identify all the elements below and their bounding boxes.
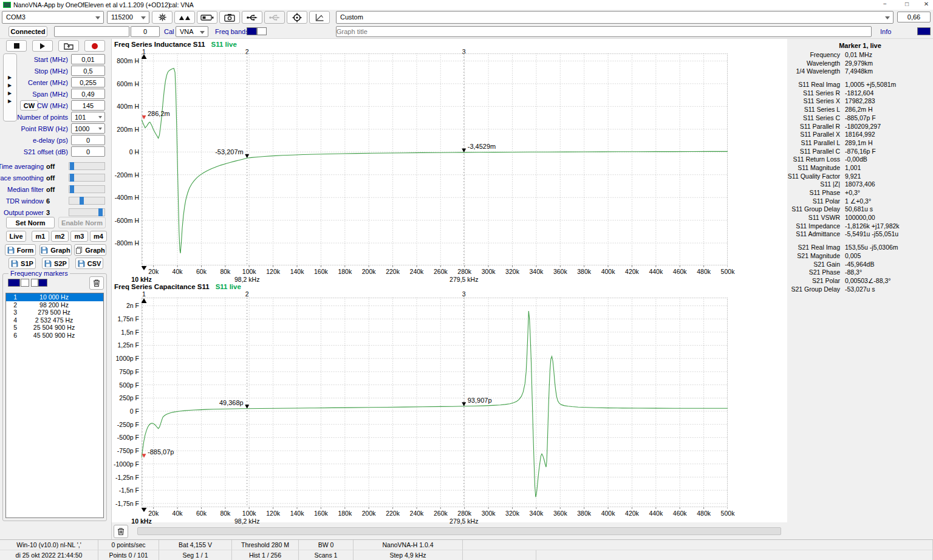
delete-markers-button[interactable] bbox=[89, 276, 104, 290]
save-form-button[interactable]: Form bbox=[5, 244, 36, 256]
export-s2p-button[interactable]: S2P bbox=[42, 258, 69, 269]
horizontal-scrollbar[interactable] bbox=[137, 527, 781, 535]
marker-1-triangle[interactable] bbox=[142, 115, 146, 120]
marker-3-triangle[interactable] bbox=[462, 402, 466, 406]
copy-graph-button[interactable]: Graph bbox=[74, 244, 106, 256]
chart-title-freq-series-capacitance-s11: Freq Series Capacitance S11S11 live bbox=[114, 283, 241, 290]
marker-color-swatch[interactable] bbox=[31, 279, 38, 287]
s21-offset-db-input[interactable] bbox=[71, 146, 105, 157]
freq-series-inductance-s11-plot[interactable]: 286,2m-53,207m-3,4529m bbox=[142, 53, 728, 271]
calibration-target-button[interactable] bbox=[287, 11, 307, 24]
cw-mode-button[interactable]: CW bbox=[20, 100, 38, 111]
freq-series-capacitance-s11-plot[interactable]: -885,07p49,368p93,907p bbox=[142, 298, 728, 513]
export-csv-button[interactable]: CSV bbox=[75, 258, 103, 269]
trace-m1-button[interactable]: m1 bbox=[32, 231, 49, 242]
connected-label: Connected bbox=[11, 28, 46, 35]
e-delay-ps-input[interactable] bbox=[71, 135, 105, 145]
usb-disconnect-button[interactable] bbox=[264, 11, 285, 24]
number-of-points-select[interactable]: 101 bbox=[71, 112, 105, 122]
clear-chart-button[interactable] bbox=[114, 525, 128, 538]
stop-sweep-button[interactable] bbox=[6, 40, 27, 52]
save-graph-button[interactable]: Graph bbox=[39, 244, 72, 256]
slider-handle[interactable] bbox=[70, 185, 74, 193]
frequency-marker-item[interactable]: 525 504 900 Hz bbox=[6, 324, 103, 332]
x-tick-label: 40k bbox=[164, 268, 191, 275]
x-tick-label: 380k bbox=[571, 510, 598, 517]
enable-norm-button[interactable]: Enable Norm bbox=[58, 217, 106, 228]
marker-color-swatch[interactable] bbox=[38, 279, 47, 287]
graph-layout-select[interactable]: Custom bbox=[336, 11, 894, 24]
com-port-select[interactable]: COM3 bbox=[2, 11, 104, 24]
param-label: Span (MHz) bbox=[32, 90, 68, 98]
frequency-marker-item[interactable]: 645 500 900 Hz bbox=[6, 332, 103, 340]
output-power-slider[interactable] bbox=[69, 208, 105, 216]
floppy-icon bbox=[11, 260, 18, 267]
x-tick-label: 200k bbox=[355, 268, 382, 275]
point-rbw-hz-select[interactable]: 1000 bbox=[71, 123, 105, 134]
frequency-marker-item[interactable]: 42 532 475 Hz bbox=[6, 316, 103, 324]
frequency-marker-item[interactable]: 3279 500 Hz bbox=[6, 309, 103, 316]
usb-connect-button[interactable] bbox=[242, 11, 262, 24]
settings-button[interactable] bbox=[152, 11, 173, 24]
marker-data-row: S11 Series C-885,07p F bbox=[787, 114, 933, 123]
slider-handle[interactable] bbox=[70, 162, 74, 170]
marker-color-swatch[interactable] bbox=[8, 279, 20, 287]
tdr-graph-button[interactable] bbox=[309, 11, 330, 24]
count-input[interactable] bbox=[131, 26, 160, 37]
frequency-marker-item[interactable]: 298 200 Hz bbox=[6, 301, 103, 309]
info-color-swatch[interactable] bbox=[917, 27, 931, 35]
cw-mhz-input[interactable] bbox=[71, 100, 105, 111]
y-tick-label: 1,5n F bbox=[112, 329, 139, 336]
marker-color-swatch[interactable] bbox=[21, 279, 29, 287]
marker-2-triangle[interactable] bbox=[245, 154, 249, 159]
scale-value-input[interactable] bbox=[897, 12, 931, 22]
param-label: Center (MHz) bbox=[28, 79, 68, 86]
slider-handle[interactable] bbox=[70, 174, 74, 182]
close-button[interactable]: ✕ bbox=[917, 0, 933, 9]
x-tick-label: 260k bbox=[427, 268, 454, 275]
battery-button[interactable] bbox=[197, 11, 217, 24]
span-mhz-input[interactable] bbox=[71, 89, 105, 99]
serial-info-input[interactable] bbox=[54, 26, 129, 37]
freq-bands-color-swatch-2[interactable] bbox=[257, 27, 267, 35]
marker-data-value: -1,8126k +j17,982k bbox=[845, 222, 933, 231]
cal-mode-select[interactable]: VNA bbox=[176, 26, 208, 37]
export-s1p-button[interactable]: S1P bbox=[9, 258, 36, 269]
trace-m4-button[interactable]: m4 bbox=[90, 231, 107, 242]
graph-title-input[interactable] bbox=[336, 26, 872, 37]
minimize-button[interactable]: − bbox=[876, 0, 894, 9]
set-norm-button[interactable]: Set Norm bbox=[6, 217, 55, 228]
trace-smoothing-slider[interactable] bbox=[69, 174, 105, 182]
freq-bands-color-swatch[interactable] bbox=[247, 27, 257, 35]
tdr-window-slider[interactable] bbox=[69, 197, 105, 205]
center-mhz-input[interactable] bbox=[71, 77, 105, 87]
s1p-label: S1P bbox=[21, 260, 33, 267]
x-tick-label: 200k bbox=[355, 510, 382, 517]
marker-data-row: S11 Parallel C-876,16p F bbox=[787, 148, 933, 156]
param-row-span-mhz: Span (MHz) bbox=[0, 89, 111, 100]
trace-m3-button[interactable]: m3 bbox=[70, 231, 88, 242]
trace-m2-button[interactable]: m2 bbox=[51, 231, 69, 242]
slider-value: 3 bbox=[46, 209, 50, 216]
screenshot-button[interactable] bbox=[219, 11, 240, 24]
time-averaging-slider[interactable] bbox=[69, 162, 105, 170]
marker-1-triangle[interactable] bbox=[142, 454, 146, 458]
marker-number: 2 bbox=[6, 301, 21, 309]
x-tick-label: 340k bbox=[523, 510, 550, 517]
frequency-marker-item[interactable]: 110 000 Hz bbox=[6, 293, 103, 301]
connected-button[interactable]: Connected bbox=[9, 26, 47, 37]
start-mhz-input[interactable] bbox=[71, 54, 105, 64]
load-sweep-button[interactable] bbox=[58, 40, 79, 52]
baud-rate-select[interactable]: 115200 bbox=[107, 11, 149, 24]
stop-mhz-input[interactable] bbox=[71, 66, 105, 76]
slider-handle[interactable] bbox=[80, 197, 84, 205]
marker-2-triangle[interactable] bbox=[245, 405, 249, 409]
median-filter-slider[interactable] bbox=[69, 185, 105, 193]
maximize-button[interactable]: □ bbox=[898, 0, 916, 9]
record-button[interactable] bbox=[84, 40, 105, 52]
marker-data-row: S11 Series L286,2m H bbox=[787, 106, 933, 114]
trace-live-button[interactable]: Live bbox=[6, 231, 26, 242]
slider-handle[interactable] bbox=[98, 208, 103, 216]
sweep-up-button[interactable] bbox=[174, 11, 195, 24]
run-sweep-button[interactable] bbox=[32, 40, 53, 52]
